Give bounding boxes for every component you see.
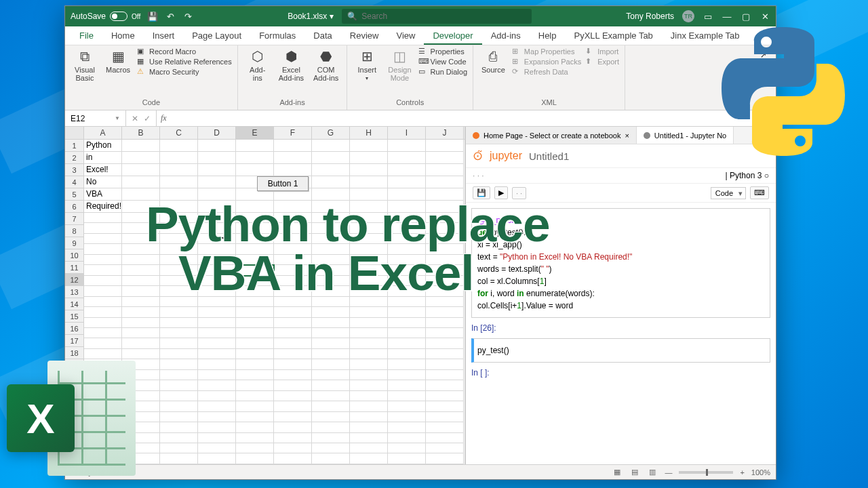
row-header-12[interactable]: 12 xyxy=(65,274,83,286)
cell-G22[interactable] xyxy=(312,370,350,380)
cell-J5[interactable] xyxy=(426,188,464,201)
relative-ref-button[interactable]: ▦Use Relative References xyxy=(137,57,232,66)
tab-help[interactable]: Help xyxy=(530,28,566,45)
cell-A20[interactable] xyxy=(84,349,122,359)
cell-C19[interactable] xyxy=(160,338,198,348)
cell-D25[interactable] xyxy=(198,401,236,411)
expansion-packs-button[interactable]: ⊞Expansion Packs xyxy=(512,57,581,66)
cell-I29[interactable] xyxy=(388,443,426,453)
tab-home[interactable]: Home xyxy=(102,28,144,45)
cell-A3[interactable]: Excel! xyxy=(84,164,122,176)
cell-J27[interactable] xyxy=(426,422,464,432)
cell-H19[interactable] xyxy=(350,338,388,348)
tab-insert[interactable]: Insert xyxy=(144,28,184,45)
cell-A13[interactable] xyxy=(84,276,122,286)
macros-button[interactable]: ▦Macros xyxy=(103,47,133,75)
cell-E25[interactable] xyxy=(236,401,274,411)
cell-J30[interactable] xyxy=(426,453,464,464)
col-header-J[interactable]: J xyxy=(426,127,464,139)
com-addins-button[interactable]: ⬣COM Add-ins xyxy=(311,47,341,83)
search-input[interactable] xyxy=(361,12,526,21)
cell-J20[interactable] xyxy=(426,349,464,359)
cell-I24[interactable] xyxy=(388,391,426,401)
cell-H14[interactable] xyxy=(350,286,388,296)
cell-E12[interactable] xyxy=(236,265,274,275)
row-header-13[interactable]: 13 xyxy=(65,286,83,298)
cell-A15[interactable] xyxy=(84,297,122,307)
cell-D10[interactable] xyxy=(198,244,236,254)
cell-C25[interactable] xyxy=(160,401,198,411)
cell-C18[interactable] xyxy=(160,328,198,338)
cell-B12[interactable] xyxy=(122,265,160,275)
cell-J26[interactable] xyxy=(426,412,464,422)
cell-G13[interactable] xyxy=(312,276,350,286)
cell-A7[interactable] xyxy=(84,213,122,223)
properties-button[interactable]: ☰Properties xyxy=(418,47,467,56)
cell-F9[interactable] xyxy=(274,234,312,244)
jp-run-button[interactable]: ▶ xyxy=(494,186,508,199)
col-header-H[interactable]: H xyxy=(350,127,388,139)
select-all-corner[interactable] xyxy=(65,127,84,139)
cell-B3[interactable] xyxy=(122,164,160,176)
cell-C9[interactable] xyxy=(160,234,198,244)
cell-G18[interactable] xyxy=(312,328,350,338)
cell-D26[interactable] xyxy=(198,412,236,422)
row-header-6[interactable]: 6 xyxy=(65,201,83,213)
cell-H7[interactable] xyxy=(350,213,388,223)
cell-D8[interactable] xyxy=(198,223,236,233)
cell-C29[interactable] xyxy=(160,443,198,453)
cell-I16[interactable] xyxy=(388,307,426,317)
cell-G17[interactable] xyxy=(312,318,350,328)
cell-F24[interactable] xyxy=(274,391,312,401)
cell-J13[interactable] xyxy=(426,276,464,286)
cell-G23[interactable] xyxy=(312,380,350,390)
cell-G12[interactable] xyxy=(312,265,350,275)
cell-F18[interactable] xyxy=(274,328,312,338)
cell-J22[interactable] xyxy=(426,370,464,380)
cell-C6[interactable] xyxy=(160,201,198,213)
cell-G11[interactable] xyxy=(312,255,350,265)
cell-F20[interactable] xyxy=(274,349,312,359)
row-header-15[interactable]: 15 xyxy=(65,310,83,323)
cell-I27[interactable] xyxy=(388,422,426,432)
cell-C11[interactable] xyxy=(160,255,198,265)
cell-G16[interactable] xyxy=(312,307,350,317)
cell-I9[interactable] xyxy=(388,234,426,244)
cell-J25[interactable] xyxy=(426,401,464,411)
cell-I3[interactable] xyxy=(388,164,426,176)
cell-H26[interactable] xyxy=(350,412,388,422)
cell-D19[interactable] xyxy=(198,338,236,348)
avatar[interactable]: TR xyxy=(682,10,694,22)
cell-H9[interactable] xyxy=(350,234,388,244)
cell-E28[interactable] xyxy=(236,433,274,443)
cell-I22[interactable] xyxy=(388,370,426,380)
col-header-B[interactable]: B xyxy=(122,127,160,139)
cell-E2[interactable] xyxy=(236,152,274,164)
cell-F19[interactable] xyxy=(274,338,312,348)
cell-J6[interactable] xyxy=(426,201,464,213)
cell-E14[interactable] xyxy=(236,286,274,296)
tab-file[interactable]: File xyxy=(71,28,102,45)
cell-F27[interactable] xyxy=(274,422,312,432)
cell-J1[interactable] xyxy=(426,140,464,152)
cell-H18[interactable] xyxy=(350,328,388,338)
cell-I21[interactable] xyxy=(388,359,426,369)
cell-H30[interactable] xyxy=(350,453,388,464)
cell-A9[interactable] xyxy=(84,234,122,244)
cell-B13[interactable] xyxy=(122,276,160,286)
view-layout-icon[interactable]: ▤ xyxy=(629,468,640,476)
cell-I30[interactable] xyxy=(388,453,426,464)
source-button[interactable]: ⎙Source xyxy=(479,47,508,75)
cell-E16[interactable] xyxy=(236,307,274,317)
tab-add-ins[interactable]: Add-ins xyxy=(482,28,530,45)
cell-H22[interactable] xyxy=(350,370,388,380)
cell-F3[interactable] xyxy=(274,164,312,176)
cell-C1[interactable] xyxy=(160,140,198,152)
cell-C30[interactable] xyxy=(160,453,198,464)
cell-F8[interactable] xyxy=(274,223,312,233)
cell-F25[interactable] xyxy=(274,401,312,411)
cell-F29[interactable] xyxy=(274,443,312,453)
cell-A10[interactable] xyxy=(84,244,122,254)
cell-E8[interactable] xyxy=(236,223,274,233)
cell-E7[interactable] xyxy=(236,213,274,223)
